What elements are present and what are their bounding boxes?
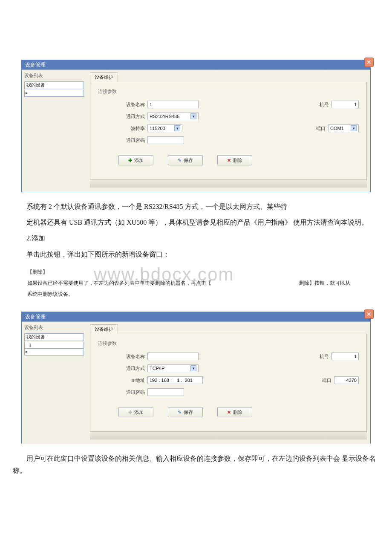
close-icon: ✕ — [227, 410, 231, 415]
password-input[interactable] — [147, 136, 184, 144]
tab-body: 连接参数 设备名称 机号 通讯方式 TCP/IP — [90, 334, 367, 432]
list-item: 1 — [29, 342, 32, 347]
device-manager-window-1: 设备管理 ✕ 设备列表 ▸ 设备维护 连接参数 设备名称 — [21, 60, 371, 192]
device-name-label: 设备名称 — [120, 101, 145, 108]
comm-type-value: RS232/RS485 — [150, 114, 179, 119]
password-label: 通讯密码 — [120, 389, 145, 396]
save-icon: ✎ — [178, 410, 182, 415]
save-button-label: 保存 — [184, 409, 193, 416]
save-button-label: 保存 — [184, 157, 193, 164]
chevron-down-icon: ▾ — [351, 125, 357, 131]
device-list-panel: 设备列表 ▸ — [22, 70, 86, 192]
port-input[interactable] — [334, 376, 359, 384]
chevron-down-icon: ▾ — [174, 125, 180, 131]
device-list[interactable]: 1 — [24, 342, 84, 349]
ip-input[interactable] — [147, 376, 203, 384]
fieldset-title: 连接参数 — [98, 88, 359, 95]
delete-button[interactable]: ✕ 删除 — [217, 155, 252, 165]
machine-no-label: 机号 — [315, 101, 329, 108]
comm-type-select[interactable]: TCP/IP ▾ — [147, 364, 199, 372]
window-title: 设备管理 — [22, 60, 370, 69]
device-list-label: 设备列表 — [24, 324, 84, 331]
paragraph: 系统有 2 个默认设备通讯参数，一个是 RS232/RS485 方式，一个是以太… — [13, 201, 379, 212]
plus-icon: ✚ — [128, 158, 132, 163]
delete-button-label: 删除 — [233, 157, 242, 164]
paragraph: 2.添加 — [13, 232, 379, 244]
chevron-down-icon: ▾ — [190, 365, 196, 371]
baud-value: 115200 — [150, 126, 165, 131]
plus-icon: ✚ — [128, 410, 132, 415]
tab-device-maintain[interactable]: 设备维护 — [90, 72, 118, 82]
small-paragraph: 系统中删除该设备。 — [27, 290, 379, 299]
device-list-input[interactable] — [24, 81, 84, 89]
fieldset-title: 连接参数 — [98, 340, 359, 347]
add-button[interactable]: ✚ 添加 — [118, 155, 153, 165]
add-button-label: 添加 — [134, 157, 144, 164]
tab-device-maintain[interactable]: 设备维护 — [90, 324, 118, 334]
device-list[interactable]: ▸ — [24, 349, 84, 356]
status-bar — [90, 432, 367, 439]
close-icon: ✕ — [227, 158, 231, 163]
close-icon[interactable]: ✕ — [364, 309, 374, 319]
chevron-right-icon: ▸ — [26, 349, 30, 353]
device-list[interactable]: ▸ — [24, 90, 84, 97]
tab-body: 连接参数 设备名称 机号 通讯方式 RS232/RS485 — [90, 82, 367, 180]
paragraph: 单击此按钮，弹出如下图所示的新增设备窗口： — [13, 249, 379, 260]
machine-no-input[interactable] — [331, 353, 359, 360]
password-label: 通讯密码 — [120, 137, 145, 144]
paragraph: 定机器还具有 USB 通讯方式（如 XU500 等），具体机型请参见相应的产品《… — [13, 217, 379, 228]
delete-button[interactable]: ✕ 删除 — [217, 407, 252, 417]
save-icon: ✎ — [178, 158, 182, 163]
device-name-label: 设备名称 — [120, 353, 145, 360]
device-name-input[interactable] — [147, 101, 199, 108]
device-list-input[interactable] — [24, 333, 84, 341]
status-bar — [90, 180, 367, 188]
delete-button-label: 删除 — [233, 409, 242, 416]
baud-label: 波特率 — [125, 125, 145, 132]
comm-type-label: 通讯方式 — [120, 365, 145, 372]
comm-type-label: 通讯方式 — [120, 113, 145, 120]
device-manager-window-2: 设备管理 ✕ 设备列表 1 ▸ 设备维护 连接参数 设备名称 — [21, 312, 371, 444]
save-button[interactable]: ✎ 保存 — [168, 407, 203, 417]
port-select[interactable]: COM1 ▾ — [328, 124, 359, 132]
chevron-right-icon: ▸ — [26, 90, 30, 95]
ip-label: IP地址 — [125, 377, 145, 384]
add-button-label: 添加 — [134, 409, 144, 416]
comm-type-value: TCP/IP — [150, 366, 164, 371]
device-list-label: 设备列表 — [24, 72, 84, 79]
device-list-panel: 设备列表 1 ▸ — [22, 322, 86, 444]
close-icon[interactable]: ✕ — [364, 58, 374, 67]
save-button[interactable]: ✎ 保存 — [168, 155, 203, 165]
port-label: 端口 — [318, 377, 331, 384]
window-title: 设备管理 — [22, 312, 370, 321]
machine-no-label: 机号 — [315, 353, 329, 360]
port-label: 端口 — [312, 125, 326, 132]
password-input[interactable] — [147, 388, 184, 396]
device-name-input[interactable] — [147, 353, 199, 360]
small-paragraph: 如果设备已经不需要使用了，在左边的设备列表中单击要删除的机器名，再点击【 删除】… — [27, 279, 379, 288]
comm-type-select[interactable]: RS232/RS485 ▾ — [147, 113, 199, 120]
small-heading: 【删除】 — [27, 268, 379, 276]
paragraph: 用户可在此窗口中设置该设备的相关信息。输入相应设备的连接参数，保存即可，在左边的… — [13, 453, 379, 476]
machine-no-input[interactable] — [331, 101, 359, 108]
baud-select[interactable]: 115200 ▾ — [147, 124, 182, 132]
chevron-down-icon: ▾ — [190, 113, 196, 119]
port-value: COM1 — [330, 126, 344, 131]
add-button: ✚ 添加 — [118, 407, 153, 417]
